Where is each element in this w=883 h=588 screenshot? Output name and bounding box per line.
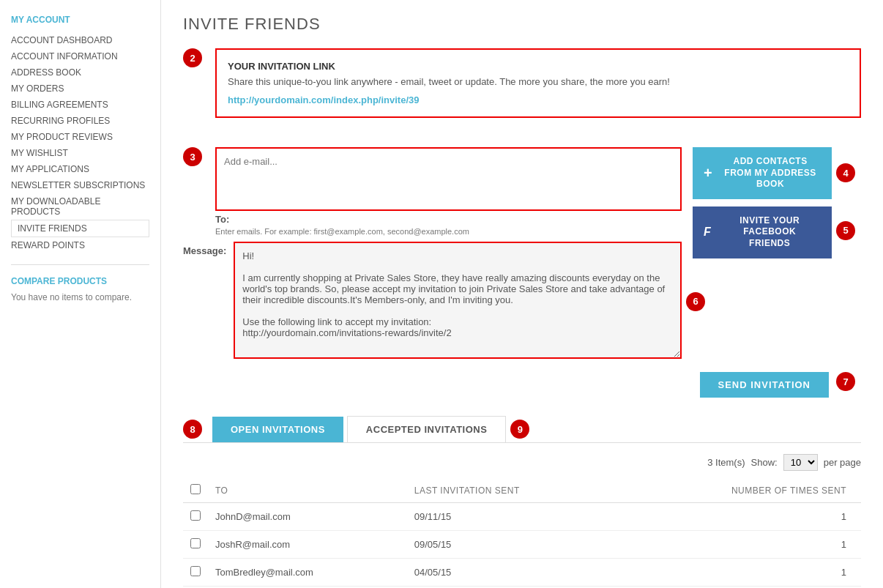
to-header: TO [208,478,407,503]
email-area-border [215,147,682,211]
sidebar-item-reviews[interactable]: MY PRODUCT REVIEWS [11,129,149,145]
last-sent-header: LAST INVITATION SENT [407,478,619,503]
add-contacts-row: + ADD CONTACTS FROM MY ADDRESS BOOK 4 [693,147,861,199]
table-row: JohnD@mail.com 09/11/15 1 [183,503,861,531]
sidebar-divider [11,264,149,265]
main-content: INVITE FRIENDS 2 YOUR INVITATION LINK Sh… [161,0,883,588]
table-row: TomBredley@mail.com 04/05/15 1 [183,559,861,587]
tabs-section: 8 OPEN INVITATIONS ACCEPTED INVITATIONS … [183,416,861,443]
step-6-indicator: 6 [686,292,705,311]
per-page-select[interactable]: 10 20 50 [783,454,818,471]
row-checkbox-cell [183,531,208,559]
form-left: 3 To: Enter emails. For example: first@e… [183,147,682,361]
email-input[interactable] [217,149,680,207]
tabs: 8 OPEN INVITATIONS ACCEPTED INVITATIONS … [183,416,861,442]
step-9-indicator: 9 [510,420,529,439]
message-area-wrapper: Hi! I am currently shopping at Private S… [234,242,682,361]
my-account-heading: MY ACCOUNT [11,15,149,25]
row-email: JoshR@mail.com [208,531,407,559]
row-date: 04/05/15 [407,559,619,587]
select-all-header [183,478,208,503]
row-email: JohnD@mail.com [208,503,407,531]
per-page-label: per page [824,457,861,468]
invite-link-box: YOUR INVITATION LINK Share this unique-t… [215,48,861,118]
form-right: + ADD CONTACTS FROM MY ADDRESS BOOK 4 f … [693,147,861,361]
row-count: 1 [619,531,861,559]
times-sent-header: NUMBER OF TIMES SENT [619,478,861,503]
message-wrapper: Message: Hi! I am currently shopping at … [183,242,682,361]
sidebar-item-orders[interactable]: MY ORDERS [11,81,149,97]
sidebar-item-billing[interactable]: BILLING AGREEMENTS [11,97,149,113]
open-inv-tab-wrapper: 8 OPEN INVITATIONS [183,416,343,442]
facebook-label: INVITE YOUR FACEBOOK FRIENDS [718,215,821,250]
row-checkbox-cell [183,503,208,531]
sidebar-item-newsletter[interactable]: NEWSLETTER SUBSCRIPTIONS [11,177,149,193]
sidebar-item-applications[interactable]: MY APPLICATIONS [11,161,149,177]
send-btn-row: SEND INVITATION 7 [183,372,861,398]
sidebar: MY ACCOUNT ACCOUNT DASHBOARD ACCOUNT INF… [0,0,161,588]
sidebar-item-rewards[interactable]: REWARD POINTS [11,237,149,253]
row-date: 09/11/15 [407,503,619,531]
add-contacts-button[interactable]: + ADD CONTACTS FROM MY ADDRESS BOOK [693,147,832,199]
sidebar-item-wishlist[interactable]: MY WISHLIST [11,145,149,161]
facebook-icon: f [704,226,711,239]
compare-note: You have no items to compare. [11,292,149,302]
step-3-indicator: 3 [183,147,202,166]
accepted-inv-tab-wrapper: ACCEPTED INVITATIONS 9 [347,416,536,442]
row-count: 1 [619,503,861,531]
sidebar-item-address[interactable]: ADDRESS BOOK [11,64,149,81]
table-header-row: TO LAST INVITATION SENT NUMBER OF TIMES … [183,478,861,503]
show-label: Show: [751,457,778,468]
step-4-indicator: 4 [836,163,855,182]
row-checkbox[interactable] [190,510,201,521]
email-hint: Enter emails. For example: first@example… [215,227,682,236]
plus-icon: + [704,165,712,182]
message-label: Message: [183,242,226,256]
tab-open-invitations[interactable]: OPEN INVITATIONS [212,417,343,442]
row-checkbox[interactable] [190,538,201,548]
row-checkbox-cell [183,559,208,587]
message-textarea[interactable]: Hi! I am currently shopping at Private S… [234,242,682,359]
invitations-table: TO LAST INVITATION SENT NUMBER OF TIMES … [183,478,861,587]
sidebar-item-downloadable[interactable]: MY DOWNLOADABLE PRODUCTS [11,193,149,220]
select-all-checkbox[interactable] [190,484,201,494]
step-5-indicator: 5 [836,221,855,240]
page-title: INVITE FRIENDS [183,15,861,34]
sidebar-item-recurring[interactable]: RECURRING PROFILES [11,113,149,129]
facebook-row: f INVITE YOUR FACEBOOK FRIENDS 5 [693,203,861,258]
table-info: 3 Item(s) Show: 10 20 50 per page [183,454,861,471]
invite-link-url[interactable]: http://yourdomain.com/index.php/invite/3… [228,94,419,105]
row-date: 09/05/15 [407,531,619,559]
step-8-indicator: 8 [183,420,202,439]
send-invitation-button[interactable]: SEND INVITATION [700,372,829,398]
form-section: 3 To: Enter emails. For example: first@e… [183,147,861,361]
to-label: To: [215,214,682,225]
invite-link-title: YOUR INVITATION LINK [228,61,849,72]
row-checkbox[interactable] [190,566,201,576]
row-count: 1 [619,559,861,587]
step-7-indicator: 7 [836,372,855,391]
tab-accepted-invitations[interactable]: ACCEPTED INVITATIONS [347,416,507,442]
facebook-button[interactable]: f INVITE YOUR FACEBOOK FRIENDS [693,206,832,258]
items-count: 3 Item(s) [707,457,745,468]
sidebar-item-info[interactable]: ACCOUNT INFORMATION [11,48,149,64]
invite-link-desc: Share this unique-to-you link anywhere -… [228,76,849,87]
table-row: JoshR@mail.com 09/05/15 1 [183,531,861,559]
compare-heading: COMPARE PRODUCTS [11,276,149,286]
step-2-indicator: 2 [183,48,202,67]
sidebar-item-dashboard[interactable]: ACCOUNT DASHBOARD [11,32,149,48]
email-input-wrapper: To: Enter emails. For example: first@exa… [215,147,682,236]
add-contacts-label: ADD CONTACTS FROM MY ADDRESS BOOK [720,156,821,190]
sidebar-item-invite[interactable]: INVITE FRIENDS [11,220,149,237]
row-email: TomBredley@mail.com [208,559,407,587]
